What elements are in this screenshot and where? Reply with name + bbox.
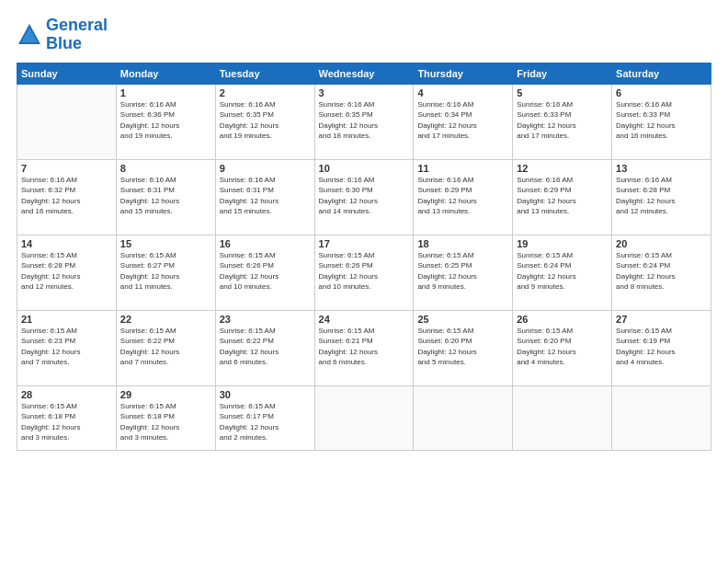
day-number: 7 [21, 163, 112, 174]
logo-text: General Blue [46, 17, 108, 53]
day-number: 26 [517, 314, 608, 325]
day-number: 10 [319, 163, 410, 174]
day-info: Sunrise: 6:15 AM Sunset: 6:26 PM Dayligh… [220, 250, 311, 293]
weekday-header: Wednesday [314, 63, 414, 84]
calendar-cell: 14Sunrise: 6:15 AM Sunset: 6:28 PM Dayli… [17, 235, 117, 310]
day-number: 27 [616, 314, 707, 325]
day-number: 9 [220, 163, 311, 174]
day-number: 5 [517, 87, 608, 98]
day-info: Sunrise: 6:15 AM Sunset: 6:22 PM Dayligh… [220, 326, 311, 368]
day-number: 12 [517, 163, 608, 174]
calendar-cell: 29Sunrise: 6:15 AM Sunset: 6:18 PM Dayli… [116, 385, 215, 450]
logo: General Blue [17, 17, 108, 53]
calendar-cell: 20Sunrise: 6:15 AM Sunset: 6:24 PM Dayli… [612, 235, 711, 310]
calendar-week-row: 7Sunrise: 6:16 AM Sunset: 6:32 PM Daylig… [17, 159, 711, 235]
calendar-cell [612, 385, 711, 450]
day-info: Sunrise: 6:16 AM Sunset: 6:35 PM Dayligh… [220, 99, 311, 142]
calendar-cell: 30Sunrise: 6:15 AM Sunset: 6:17 PM Dayli… [215, 385, 314, 450]
day-info: Sunrise: 6:15 AM Sunset: 6:23 PM Dayligh… [21, 326, 112, 368]
weekday-header: Monday [116, 63, 215, 84]
calendar-cell: 19Sunrise: 6:15 AM Sunset: 6:24 PM Dayli… [513, 235, 612, 310]
day-info: Sunrise: 6:16 AM Sunset: 6:29 PM Dayligh… [517, 175, 608, 217]
weekday-header: Friday [513, 63, 612, 84]
day-info: Sunrise: 6:15 AM Sunset: 6:26 PM Dayligh… [319, 250, 410, 293]
day-info: Sunrise: 6:16 AM Sunset: 6:28 PM Dayligh… [616, 175, 707, 217]
calendar-cell: 17Sunrise: 6:15 AM Sunset: 6:26 PM Dayli… [314, 235, 414, 310]
calendar-cell [17, 84, 117, 159]
day-number: 29 [120, 389, 211, 400]
calendar-cell: 24Sunrise: 6:15 AM Sunset: 6:21 PM Dayli… [314, 310, 414, 385]
day-number: 4 [417, 87, 508, 98]
calendar-cell: 22Sunrise: 6:15 AM Sunset: 6:22 PM Dayli… [116, 310, 215, 385]
day-number: 22 [120, 314, 211, 325]
day-number: 15 [120, 238, 211, 249]
day-number: 3 [319, 87, 410, 98]
calendar-cell: 11Sunrise: 6:16 AM Sunset: 6:29 PM Dayli… [414, 159, 513, 235]
calendar-cell: 5Sunrise: 6:16 AM Sunset: 6:33 PM Daylig… [513, 84, 612, 159]
day-number: 16 [220, 238, 311, 249]
calendar-cell: 13Sunrise: 6:16 AM Sunset: 6:28 PM Dayli… [612, 159, 711, 235]
day-number: 2 [220, 87, 311, 98]
day-info: Sunrise: 6:15 AM Sunset: 6:20 PM Dayligh… [417, 326, 508, 368]
calendar-cell: 10Sunrise: 6:16 AM Sunset: 6:30 PM Dayli… [314, 159, 414, 235]
calendar-cell: 12Sunrise: 6:16 AM Sunset: 6:29 PM Dayli… [513, 159, 612, 235]
logo-icon [17, 22, 42, 48]
calendar-cell: 3Sunrise: 6:16 AM Sunset: 6:35 PM Daylig… [314, 84, 414, 159]
calendar-week-row: 1Sunrise: 6:16 AM Sunset: 6:36 PM Daylig… [17, 84, 711, 159]
calendar-cell: 15Sunrise: 6:15 AM Sunset: 6:27 PM Dayli… [116, 235, 215, 310]
day-number: 14 [21, 238, 112, 249]
day-number: 13 [616, 163, 707, 174]
day-info: Sunrise: 6:15 AM Sunset: 6:24 PM Dayligh… [616, 250, 707, 293]
day-info: Sunrise: 6:15 AM Sunset: 6:27 PM Dayligh… [120, 250, 211, 293]
day-number: 23 [220, 314, 311, 325]
day-number: 17 [319, 238, 410, 249]
calendar-cell [314, 385, 414, 450]
day-info: Sunrise: 6:16 AM Sunset: 6:36 PM Dayligh… [120, 99, 211, 142]
day-info: Sunrise: 6:16 AM Sunset: 6:35 PM Dayligh… [319, 99, 410, 142]
calendar-header-row: SundayMondayTuesdayWednesdayThursdayFrid… [17, 63, 711, 84]
calendar-cell: 26Sunrise: 6:15 AM Sunset: 6:20 PM Dayli… [513, 310, 612, 385]
day-info: Sunrise: 6:16 AM Sunset: 6:31 PM Dayligh… [120, 175, 211, 217]
day-info: Sunrise: 6:16 AM Sunset: 6:29 PM Dayligh… [417, 175, 508, 217]
calendar-cell: 9Sunrise: 6:16 AM Sunset: 6:31 PM Daylig… [215, 159, 314, 235]
day-info: Sunrise: 6:15 AM Sunset: 6:25 PM Dayligh… [417, 250, 508, 293]
day-number: 18 [417, 238, 508, 249]
calendar-cell: 8Sunrise: 6:16 AM Sunset: 6:31 PM Daylig… [116, 159, 215, 235]
calendar-cell: 16Sunrise: 6:15 AM Sunset: 6:26 PM Dayli… [215, 235, 314, 310]
calendar-cell: 21Sunrise: 6:15 AM Sunset: 6:23 PM Dayli… [17, 310, 117, 385]
weekday-header: Saturday [612, 63, 711, 84]
calendar-cell: 27Sunrise: 6:15 AM Sunset: 6:19 PM Dayli… [612, 310, 711, 385]
day-info: Sunrise: 6:16 AM Sunset: 6:34 PM Dayligh… [417, 99, 508, 142]
day-number: 25 [417, 314, 508, 325]
day-info: Sunrise: 6:15 AM Sunset: 6:28 PM Dayligh… [21, 250, 112, 293]
day-info: Sunrise: 6:15 AM Sunset: 6:18 PM Dayligh… [120, 401, 211, 443]
day-info: Sunrise: 6:16 AM Sunset: 6:32 PM Dayligh… [21, 175, 112, 217]
day-number: 11 [417, 163, 508, 174]
day-info: Sunrise: 6:15 AM Sunset: 6:19 PM Dayligh… [616, 326, 707, 368]
day-number: 21 [21, 314, 112, 325]
day-number: 19 [517, 238, 608, 249]
calendar-table: SundayMondayTuesdayWednesdayThursdayFrid… [17, 63, 711, 451]
calendar-cell [513, 385, 612, 450]
weekday-header: Sunday [17, 63, 117, 84]
day-number: 1 [120, 87, 211, 98]
calendar-week-row: 28Sunrise: 6:15 AM Sunset: 6:18 PM Dayli… [17, 385, 711, 450]
calendar-cell [414, 385, 513, 450]
calendar-cell: 7Sunrise: 6:16 AM Sunset: 6:32 PM Daylig… [17, 159, 117, 235]
calendar-cell: 4Sunrise: 6:16 AM Sunset: 6:34 PM Daylig… [414, 84, 513, 159]
calendar-cell: 18Sunrise: 6:15 AM Sunset: 6:25 PM Dayli… [414, 235, 513, 310]
day-info: Sunrise: 6:15 AM Sunset: 6:22 PM Dayligh… [120, 326, 211, 368]
calendar-week-row: 14Sunrise: 6:15 AM Sunset: 6:28 PM Dayli… [17, 235, 711, 310]
weekday-header: Thursday [414, 63, 513, 84]
day-info: Sunrise: 6:16 AM Sunset: 6:33 PM Dayligh… [517, 99, 608, 142]
calendar-cell: 2Sunrise: 6:16 AM Sunset: 6:35 PM Daylig… [215, 84, 314, 159]
day-info: Sunrise: 6:15 AM Sunset: 6:24 PM Dayligh… [517, 250, 608, 293]
header: General Blue [17, 17, 711, 53]
calendar-cell: 6Sunrise: 6:16 AM Sunset: 6:33 PM Daylig… [612, 84, 711, 159]
calendar-week-row: 21Sunrise: 6:15 AM Sunset: 6:23 PM Dayli… [17, 310, 711, 385]
logo-blue: Blue [46, 34, 82, 52]
page: General Blue SundayMondayTuesdayWednesda… [0, 0, 728, 563]
day-info: Sunrise: 6:16 AM Sunset: 6:30 PM Dayligh… [319, 175, 410, 217]
day-number: 20 [616, 238, 707, 249]
day-number: 30 [220, 389, 311, 400]
